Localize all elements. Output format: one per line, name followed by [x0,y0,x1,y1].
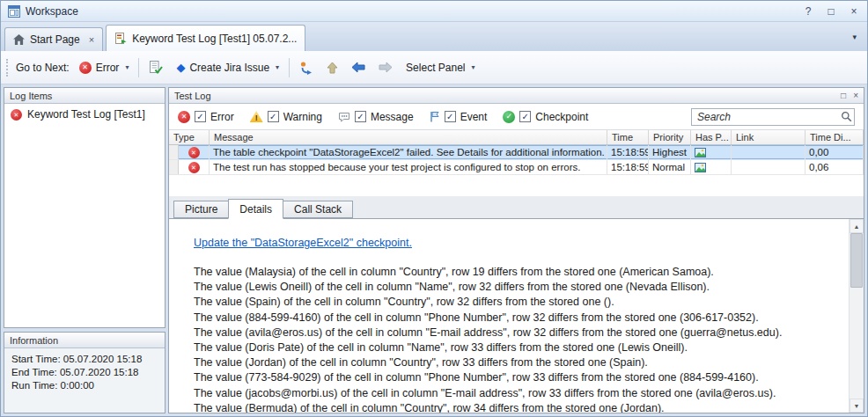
log-toolbar: Go to Next: ✕ Error ▾ ◆ Create Jira Issu… [1,51,867,84]
test-log-title: Test Log [174,91,211,101]
log-items-header: Log Items [4,88,165,104]
navigate-back-button[interactable] [348,59,369,76]
column-header-message[interactable]: Message [210,130,607,144]
toolbar-grip[interactable] [6,59,8,77]
information-panel: Information Start Time: 05.07.2020 15:18… [4,332,166,413]
filter-warning: ! ✓ Warning [250,111,322,123]
window-title: Workspace [26,5,78,18]
detail-line: The value (Lewis Oneill) of the cell in … [194,280,828,295]
type-cell: ✕ [169,160,210,174]
warning-checkbox[interactable]: ✓ [268,111,279,122]
column-header-has-picture[interactable]: Has P... [691,130,732,144]
message-checkbox[interactable]: ✓ [355,111,366,122]
filter-label: Checkpoint [535,111,588,123]
workspace-window: Workspace ? □ × Start Page × [0,0,868,417]
filter-message: ✓ Message [338,111,414,123]
left-column: Log Items ✕ Keyword Test Log [Test1] Inf… [4,87,166,413]
column-header-type[interactable]: Type [169,130,210,144]
column-header-time-diff[interactable]: Time Di... [805,130,864,144]
search-icon[interactable] [841,111,852,122]
document-tab-bar: Start Page × Keyword Test Log [Test1] 05… [1,22,867,51]
time-diff-cell: 0,06 [805,160,864,174]
tree-item-keyword-test-log[interactable]: ✕ Keyword Test Log [Test1] [7,107,162,121]
filter-label: Event [460,111,488,123]
toolbar-separator [289,58,290,77]
tab-list-dropdown-icon[interactable]: ▾ [845,33,864,41]
tab-keyword-test-log[interactable]: Keyword Test Log [Test1] 05.07.2... [106,25,305,51]
detail-line: The value (avila@eros.us) of the cell in… [194,326,828,340]
select-panel-button[interactable]: Select Panel ▾ [402,59,478,77]
scroll-up-icon[interactable]: ▲ [850,219,864,233]
chevron-down-icon: ▾ [125,63,129,71]
log-table-header: Type Message Time Priority Has P... Link… [169,130,864,145]
create-jira-issue-button[interactable]: ◆ Create Jira Issue ▾ [173,59,283,77]
chevron-down-icon: ▾ [276,63,279,71]
picture-icon [695,148,706,157]
detail-tab-strip: Picture Details Call Stack [169,196,864,219]
toolbar-separator [138,58,139,77]
priority-cell: Normal [649,160,691,174]
error-icon: ✕ [188,162,200,173]
jump-arrow-icon [299,61,313,75]
detail-line: The value (jacobs@morbi.us) of the cell … [194,386,828,401]
tab-details[interactable]: Details [228,199,283,219]
tab-picture[interactable]: Picture [173,201,229,218]
detail-line: The value (773-584-9029) of the cell in … [194,370,828,385]
message-cell: The test run has stopped because your te… [210,160,607,174]
error-icon: ✕ [79,62,92,74]
scrollbar-track[interactable] [850,288,864,399]
detail-line: The value (Doris Pate) of the cell in co… [194,340,828,355]
warning-icon: ! [250,111,263,122]
post-issue-button[interactable] [145,58,166,77]
column-header-time[interactable]: Time [607,130,649,144]
goto-next-error-button[interactable]: ✕ Error ▾ [76,59,133,77]
test-log-icon [114,33,127,45]
checkpoint-checkbox[interactable]: ✓ [519,111,531,122]
error-icon: ✕ [11,109,22,121]
update-checkpoint-link[interactable]: Update the "DataStorageExcel2" checkpoin… [194,237,412,249]
back-arrow-icon [351,62,365,73]
goto-failure-button[interactable] [296,58,317,77]
event-flag-icon [430,111,440,122]
help-button[interactable]: ? [802,5,814,18]
tab-start-page[interactable]: Start Page × [4,27,103,51]
row-indicator [169,160,179,174]
error-button-label: Error [96,62,120,74]
time-cell: 15:18:59 [607,145,649,159]
run-time-text: Run Time: 0:00:00 [11,380,158,391]
forward-arrow-icon [379,62,393,73]
information-body: Start Time: 05.07.2020 15:18 End Time: 0… [4,348,165,413]
tab-label: Keyword Test Log [Test1] 05.07.2... [132,33,297,45]
table-row[interactable]: ✕ The table checkpoint "DataStorageExcel… [169,145,864,160]
scroll-down-icon[interactable]: ▼ [850,399,864,413]
message-icon [338,112,350,122]
end-time-text: End Time: 05.07.2020 15:18 [11,367,158,377]
type-cell: ✕ [169,145,210,159]
checkpoint-icon: ✓ [503,111,515,123]
information-title: Information [10,335,58,346]
search-input[interactable] [691,108,855,126]
navigate-forward-button[interactable] [375,59,396,76]
float-panel-icon[interactable]: □ [841,91,846,100]
column-header-link[interactable]: Link [732,130,805,144]
vertical-scrollbar[interactable]: ▲ ▼ [849,219,864,413]
up-one-level-button[interactable] [323,59,342,77]
scrollbar-thumb[interactable] [850,233,863,288]
tab-label: Start Page [30,33,80,46]
close-panel-icon[interactable]: × [853,91,858,100]
error-checkbox[interactable]: ✓ [195,111,206,122]
event-checkbox[interactable]: ✓ [445,111,456,122]
close-button[interactable]: × [848,5,860,18]
information-header: Information [4,333,165,348]
tab-call-stack[interactable]: Call Stack [283,201,353,218]
column-header-priority[interactable]: Priority [649,130,691,144]
priority-cell: Highest [649,145,691,159]
maximize-button[interactable]: □ [825,5,837,18]
select-panel-label: Select Panel [406,62,465,74]
filter-label: Message [371,111,414,123]
filter-error: ✕ ✓ Error [178,111,234,123]
tab-close-icon[interactable]: × [89,34,94,45]
table-row[interactable]: ✕ The test run has stopped because your … [169,160,864,175]
detail-line: The value (Bermuda) of the cell in colum… [194,401,828,413]
up-arrow-icon [327,62,338,74]
